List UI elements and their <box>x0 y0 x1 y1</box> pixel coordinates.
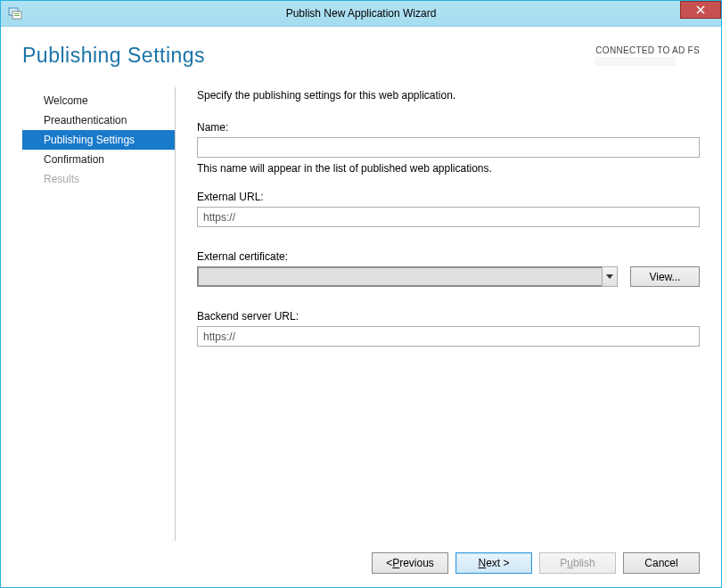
backend-url-input[interactable] <box>197 326 700 347</box>
page-title: Publishing Settings <box>22 44 205 68</box>
app-icon <box>8 6 22 20</box>
previous-button[interactable]: < Previous <box>372 552 448 574</box>
nav-step-welcome[interactable]: Welcome <box>22 91 175 110</box>
connection-status: CONNECTED TO AD FS <box>595 44 700 66</box>
certificate-label: External certificate: <box>197 250 700 263</box>
name-label: Name: <box>197 121 700 134</box>
nav-step-preauthentication[interactable]: Preauthentication <box>22 110 175 130</box>
form-content: Specify the publishing settings for this… <box>176 87 700 541</box>
svg-rect-3 <box>14 15 20 16</box>
close-button[interactable] <box>680 1 721 19</box>
window-title: Publish New Application Wizard <box>1 7 721 20</box>
name-block: Name: This name will appear in the list … <box>197 121 700 175</box>
view-certificate-button[interactable]: View... <box>630 266 700 287</box>
nav-step-confirmation[interactable]: Confirmation <box>22 150 175 169</box>
header-row: Publishing Settings CONNECTED TO AD FS <box>22 44 700 68</box>
wizard-footer: < Previous Next > Publish Cancel <box>1 541 721 587</box>
cancel-button[interactable]: Cancel <box>623 552 700 574</box>
connection-server-name <box>595 57 676 66</box>
wizard-steps-nav: Welcome Preauthentication Publishing Set… <box>22 87 176 541</box>
name-helper: This name will appear in the list of pub… <box>197 162 700 175</box>
titlebar: Publish New Application Wizard <box>1 1 721 27</box>
certificate-block: External certificate: View... <box>197 250 700 287</box>
next-button[interactable]: Next > <box>455 552 532 574</box>
connection-status-text: CONNECTED TO AD FS <box>595 45 700 55</box>
certificate-select[interactable] <box>197 266 618 287</box>
close-icon <box>696 4 705 16</box>
backend-url-block: Backend server URL: <box>197 310 700 347</box>
external-url-input[interactable] <box>197 207 700 227</box>
nav-step-publishing-settings[interactable]: Publishing Settings <box>22 130 175 150</box>
columns: Welcome Preauthentication Publishing Set… <box>22 87 700 541</box>
wizard-body: Publishing Settings CONNECTED TO AD FS W… <box>1 27 721 541</box>
chevron-down-icon[interactable] <box>602 266 618 287</box>
publish-button: Publish <box>539 552 616 574</box>
external-url-label: External URL: <box>197 191 700 203</box>
form-description: Specify the publishing settings for this… <box>197 89 700 102</box>
external-url-block: External URL: <box>197 191 700 227</box>
backend-url-label: Backend server URL: <box>197 310 700 323</box>
wizard-window: Publish New Application Wizard Publishin… <box>0 0 722 588</box>
svg-marker-6 <box>606 274 613 279</box>
nav-step-results: Results <box>22 169 175 189</box>
name-input[interactable] <box>197 137 700 158</box>
svg-rect-2 <box>14 13 20 14</box>
